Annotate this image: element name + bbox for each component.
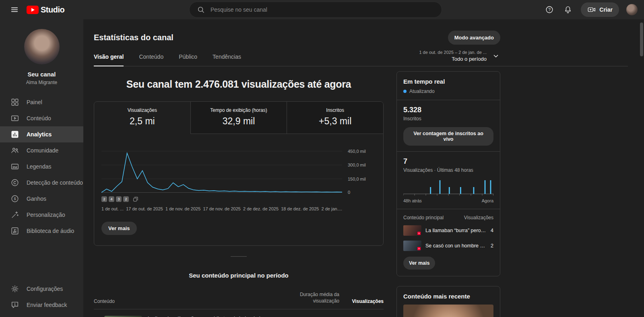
user-avatar[interactable] [626,4,638,15]
metric-value: +5,3 mil [290,116,380,127]
list-header-views: Visualizações [464,215,493,220]
realtime-see-more-button[interactable]: Ver mais [403,257,435,270]
realtime-item-title: Se casó con un hombre que p... [425,243,487,249]
x-axis-label: 17 de nov. de 2025 [203,206,240,211]
sidebar-item-label: Ganhos [27,196,46,202]
search-bar[interactable] [189,2,442,18]
hamburger-menu-button[interactable] [6,2,23,18]
section-divider [231,256,247,257]
audio-library-icon [10,226,19,235]
y-axis-label: 450,0 mil [348,149,366,154]
notifications-button[interactable] [560,2,576,18]
views-48h-label: Visualizações · Últimas 48 horas [403,167,493,173]
channel-owner: Alma Migrante [5,80,78,85]
y-axis-labels: 450,0 mil 300,0 mil 150,0 mil 0 [342,148,377,193]
sidebar-item-analytics[interactable]: Analytics [0,126,83,142]
list-header-content: Conteúdo principal [403,215,444,220]
analytics-tabs: Visão geral Conteúdo Público Tendências … [94,54,628,66]
metric-tab-visualizacoes[interactable]: Visualizações 2,5 mi [94,102,190,134]
views-line-chart[interactable] [101,148,342,193]
tab-visao-geral[interactable]: Visão geral [94,54,124,66]
studio-logo[interactable]: Studio [27,5,64,14]
chevron-down-icon [491,51,500,60]
sidebar-item-biblioteca-de-audio[interactable]: Biblioteca de áudio [0,223,83,239]
help-button[interactable]: ? [541,2,557,18]
recent-content-card: Conteúdo mais recente CRUZÓ EMBARAZADA L… [396,286,500,317]
recent-video-thumbnail[interactable]: CRUZÓ EMBARAZADA LA FRONTERA BUSCANDO PA… [403,305,493,317]
help-icon: ? [545,5,554,14]
column-header-views[interactable]: Visualizações [339,298,384,304]
svg-text:$: $ [14,197,16,201]
x-axis-label: 1 de nov. de 2025 [165,206,200,211]
compare-icon[interactable] [132,196,139,202]
axis-start-label: 48h atrás [403,198,422,203]
sidebar-item-conteudo[interactable]: Conteúdo [0,110,83,126]
sidebar-item-configuracoes[interactable]: Configurações [0,281,83,297]
bell-icon [564,5,572,14]
realtime-card: Em tempo real Atualizando 5.328 Inscrito… [396,71,500,276]
table-row[interactable]: 1 La llamaban “burra” pero su hijo termi… [94,309,384,317]
search-input[interactable] [211,6,434,13]
metric-tab-tempo-de-exibicao[interactable]: Tempo de exibição (horas) 32,9 mil [190,102,287,134]
overview-column: Seu canal tem 2.476.081 visualizações at… [94,66,384,317]
divider [397,100,500,100]
community-icon [10,146,19,155]
video-info: La llamaban “burra” pero su hijo terminó… [148,315,279,317]
create-label: Criar [599,6,613,13]
realtime-bar-chart[interactable] [403,178,493,196]
content-columns: Seu canal tem 2.476.081 visualizações at… [94,66,500,317]
hamburger-icon [10,5,19,14]
sidebar-item-ganhos[interactable]: $ Ganhos [0,191,83,207]
sidebar-item-label: Analytics [27,131,52,138]
realtime-item[interactable]: La llamaban “burra” pero su h... 4 [403,225,493,236]
content-marker[interactable]: 2 [101,196,107,202]
x-axis-labels: 1 de out. ... 17 de out. de 2025 1 de no… [101,206,342,211]
sidebar-item-comunidade[interactable]: Comunidade [0,142,83,158]
metric-value: 32,9 mil [194,116,284,127]
content-marker[interactable]: 2 [123,196,129,202]
topbar-actions: ? Criar [541,2,638,18]
column-header-content[interactable]: Conteúdo [94,298,279,304]
create-button[interactable]: Criar [581,2,619,17]
sidebar-item-deteccao-de-conteudo[interactable]: Detecção de conteúdo [0,175,83,191]
live-subscriber-count-button[interactable]: Ver contagem de inscritos ao vivo [403,127,493,146]
tab-tendencias[interactable]: Tendências [213,54,241,66]
content-marker[interactable]: 4 [109,196,114,202]
channel-avatar[interactable] [24,29,60,64]
metric-tab-inscritos[interactable]: Inscritos +5,3 mil [287,102,383,134]
realtime-item-title: La llamaban “burra” pero su h... [425,228,487,233]
content-marker[interactable]: 3 [116,196,122,202]
sidebar: Seu canal Alma Migrante Painel Conteúdo … [0,19,83,317]
scrollbar-thumb[interactable] [640,23,643,56]
overview-card: Visualizações 2,5 mi Tempo de exibição (… [94,101,384,246]
x-axis-label: 18 de dez. de 2025 [281,206,319,211]
views-chart-area[interactable]: 2 4 3 2 1 de out. ... 17 de out. de 2025 [94,134,383,211]
sidebar-item-legendas[interactable]: Legendas [0,158,83,175]
realtime-item[interactable]: Se casó con un hombre que p... 2 [403,241,493,251]
content-icon [10,114,19,123]
svg-text:?: ? [549,8,551,12]
shorts-badge-icon [417,232,421,235]
advanced-mode-button[interactable]: Modo avançado [448,31,500,45]
analytics-icon [10,130,19,139]
metric-tabs: Visualizações 2,5 mi Tempo de exibição (… [94,102,383,134]
sidebar-item-enviar-feedback[interactable]: Enviar feedback [0,297,83,313]
sidebar-item-painel[interactable]: Painel [0,94,83,110]
tab-publico[interactable]: Público [179,54,197,66]
sidebar-item-personalizacao[interactable]: Personalização [0,207,83,223]
realtime-item-thumbnail [403,225,421,236]
see-more-button[interactable]: Ver mais [101,222,137,235]
tab-conteudo[interactable]: Conteúdo [139,54,163,66]
video-title: La llamaban “burra” pero su hijo terminó… [148,315,274,317]
feedback-icon [10,301,19,309]
column-header-avg-duration[interactable]: Duração média da visualização [279,292,339,304]
sidebar-item-label: Enviar feedback [27,302,67,308]
top-content-title: Seu conteúdo principal no período [94,272,384,279]
page-header: Estatísticas do canal Modo avançado [94,19,500,45]
divider [397,151,500,152]
axis-end-label: Agora [482,198,493,203]
metric-label: Tempo de exibição (horas) [194,107,284,113]
subtitles-icon [10,162,19,171]
date-range-selector[interactable]: 1 de out. de 2025 – 2 de jan. de ... Tod… [419,50,500,62]
main-content: Estatísticas do canal Modo avançado Visã… [83,19,644,317]
